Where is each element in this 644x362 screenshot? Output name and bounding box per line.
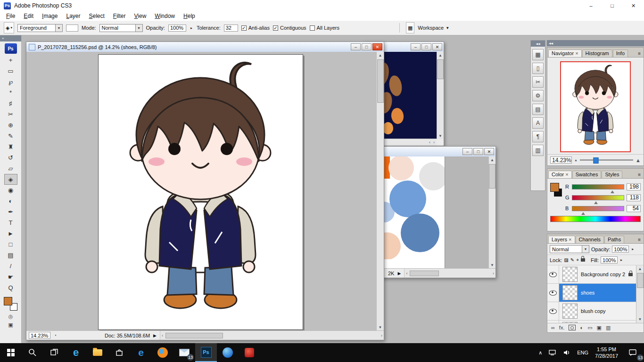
document-window[interactable]: P_20170728_115256.psd @ 14.2% (shoes, RG… [26, 41, 384, 340]
tab-styles[interactable]: Styles [602, 171, 622, 178]
scroll-up-icon[interactable]: ▲ [437, 52, 444, 58]
workspace-menu[interactable]: Workspace ▼ [418, 25, 449, 31]
maximize-button[interactable]: □ [362, 43, 372, 50]
visibility-toggle[interactable] [547, 284, 559, 302]
minimize-button[interactable]: – [351, 43, 361, 50]
menu-file[interactable]: File [2, 12, 19, 20]
mail-taskbar-button[interactable]: 13 [173, 343, 195, 362]
scrollbar-thumb[interactable] [377, 59, 384, 103]
maximize-button[interactable]: □ [602, 0, 623, 11]
mode-select[interactable]: Normal ▼ [99, 24, 143, 32]
scrollbar-thumb[interactable] [410, 271, 439, 276]
settings-panel-button[interactable]: ⚙ [532, 90, 544, 101]
eyedropper-tool[interactable]: / [4, 261, 17, 272]
task-view-button[interactable] [43, 343, 65, 362]
close-button[interactable]: ✕ [432, 43, 442, 50]
language-indicator[interactable]: ENG [574, 343, 592, 362]
red-slider-handle[interactable] [611, 189, 614, 193]
layer-opacity-input[interactable]: 100% [612, 246, 629, 253]
scroll-right-icon[interactable]: › [491, 271, 495, 276]
scroll-down-icon[interactable]: ▼ [636, 316, 644, 323]
blue-slider[interactable] [572, 206, 624, 211]
dodge-tool[interactable]: ◐ [4, 196, 17, 206]
screen-mode-button[interactable]: ▣ [4, 321, 17, 329]
slice-tool[interactable]: ✂ [4, 109, 17, 120]
menu-layer[interactable]: Layer [62, 12, 84, 20]
swatch-panel-button[interactable]: ▤ [532, 104, 544, 115]
crop-tool[interactable]: ♯ [4, 98, 17, 109]
layer-row-blush-copy[interactable]: blush copy [547, 302, 636, 321]
green-slider-handle[interactable] [594, 199, 598, 204]
hand-tool[interactable]: ☛ [4, 272, 17, 282]
fill-slider-arrow-icon[interactable]: ▸ [619, 258, 623, 262]
visibility-toggle[interactable] [547, 265, 559, 283]
layers-scrollbar[interactable]: ▲ ▼ [636, 265, 644, 323]
move-tool[interactable]: + [4, 55, 17, 66]
layer-fill-input[interactable]: 100% [601, 256, 618, 263]
layer-thumbnail[interactable] [562, 304, 578, 319]
window3-titlebar[interactable]: – □ ✕ [374, 147, 495, 157]
layer-name[interactable]: Background copy 2 [581, 272, 625, 277]
layer-style-fx-button[interactable]: fx. [559, 325, 565, 330]
vertical-scrollbar[interactable]: ▲ ▼ [437, 52, 444, 139]
scrollbar-thumb[interactable] [489, 164, 495, 189]
presets-panel-button[interactable]: ▯ [532, 63, 544, 74]
vertical-scrollbar[interactable]: ▲ ▼ [488, 156, 495, 268]
link-layers-icon[interactable]: ∞ [551, 325, 555, 330]
opacity-input[interactable]: 100% [168, 25, 186, 32]
slice-panel-button[interactable]: ✂ [532, 76, 544, 88]
notes-tool[interactable]: ▤ [4, 250, 17, 261]
photoshop-taskbar-button[interactable]: Ps [195, 343, 217, 362]
tab-info[interactable]: Info [613, 49, 628, 57]
navigator-zoom-input[interactable]: 14.23% [550, 156, 572, 164]
history-brush-tool[interactable]: ↺ [4, 152, 17, 163]
maximize-button[interactable]: □ [473, 148, 483, 155]
character-panel-button[interactable]: A [532, 117, 544, 129]
canvas[interactable] [98, 54, 303, 330]
zoom-in-icon[interactable]: ▲ [636, 157, 641, 163]
green-value-input[interactable]: 118 [627, 194, 641, 201]
scroll-left-icon[interactable]: ‹ [429, 140, 430, 145]
toolbox-collapse-chevron-icon[interactable]: » [0, 35, 21, 41]
path-selection-tool[interactable]: ► [4, 228, 17, 239]
palette-well-icon[interactable]: ▦ [406, 22, 414, 33]
status-flyout-arrow-icon[interactable]: ▶ [397, 271, 401, 276]
action-center-button[interactable]: 13 [621, 343, 644, 362]
blur-tool[interactable]: ◉ [4, 185, 17, 196]
contiguous-checkbox[interactable]: Contiguous [273, 25, 306, 31]
menu-select[interactable]: Select [84, 12, 108, 20]
panel-menu-icon[interactable]: ≡ [636, 237, 643, 243]
horizontal-scrollbar[interactable]: ‹ › [160, 331, 384, 340]
zoom-slider[interactable] [580, 159, 633, 161]
new-layer-icon[interactable]: ▣ [597, 325, 602, 331]
visibility-toggle[interactable] [547, 321, 559, 323]
close-button[interactable]: ✕ [623, 0, 644, 11]
scroll-up-icon[interactable]: ▲ [636, 265, 644, 272]
layer-row-shoes[interactable]: shoes [547, 284, 636, 302]
scroll-down-icon[interactable]: ▼ [489, 262, 495, 268]
paint-bucket-tool[interactable]: ◈ [4, 174, 17, 185]
active-tool-preview[interactable]: ◈ ▾ [4, 22, 14, 33]
menu-filter[interactable]: Filter [109, 12, 130, 20]
layer-name[interactable]: blush copy [581, 308, 606, 314]
scroll-up-icon[interactable]: ▲ [377, 52, 384, 58]
blue-value-input[interactable]: 54 [627, 205, 641, 212]
shape-tool[interactable]: □ [4, 239, 17, 250]
menu-help[interactable]: Help [179, 12, 199, 20]
scroll-right-icon[interactable]: › [433, 140, 435, 145]
status-flyout-arrow-icon[interactable]: ▶ [153, 333, 157, 338]
dock-collapse-chevron-icon[interactable]: ◀◀ [547, 40, 644, 46]
quick-mask-button[interactable]: ◎ [4, 312, 17, 321]
store-taskbar-button[interactable] [108, 343, 130, 362]
all-layers-checkbox[interactable]: All Layers [310, 25, 339, 31]
green-slider[interactable] [572, 195, 624, 200]
visibility-toggle[interactable] [547, 302, 559, 320]
color-spectrum-ramp[interactable] [550, 216, 641, 222]
floating-document-window-3[interactable]: – □ ✕ ▲ ▼ 2K ▶ ‹ › [373, 146, 496, 278]
layer-row-background-copy-2[interactable]: Background copy 2 [547, 265, 636, 284]
minimize-button[interactable]: – [580, 0, 602, 11]
tab-paths[interactable]: Paths [604, 236, 624, 243]
window3-canvas[interactable] [374, 156, 445, 268]
red-value-input[interactable]: 198 [627, 183, 641, 190]
close-button[interactable]: ✕ [372, 43, 382, 50]
